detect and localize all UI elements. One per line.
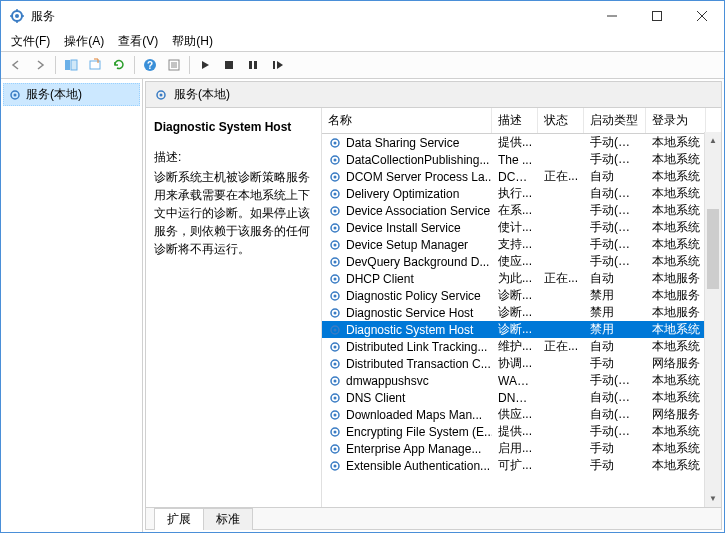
service-row[interactable]: DHCP Client为此...正在...自动本地服务 <box>322 270 721 287</box>
service-row[interactable]: Device Install Service使计...手动(触发...本地系统 <box>322 219 721 236</box>
service-startup-cell: 手动(触发... <box>584 372 646 389</box>
gear-icon <box>328 255 342 269</box>
service-name: Diagnostic System Host <box>346 323 473 337</box>
service-row[interactable]: Diagnostic System Host诊断...禁用本地系统 <box>322 321 721 338</box>
service-list: 名称 描述 状态 启动类型 登录为 Data Sharing Service提供… <box>322 108 721 507</box>
service-name-cell: Distributed Transaction C... <box>322 357 492 371</box>
back-button[interactable] <box>5 54 27 76</box>
service-desc-cell: DCO... <box>492 170 538 184</box>
services-window: 服务 文件(F) 操作(A) 查看(V) 帮助(H) ? 服务(本地) <box>0 0 725 533</box>
col-desc[interactable]: 描述 <box>492 108 538 133</box>
service-logon-cell: 本地系统 <box>646 423 706 440</box>
service-desc-cell: 为此... <box>492 270 538 287</box>
tree-root-services[interactable]: 服务(本地) <box>3 83 140 106</box>
service-startup-cell: 自动(延迟... <box>584 185 646 202</box>
titlebar: 服务 <box>1 1 724 31</box>
tab-standard[interactable]: 标准 <box>203 508 253 530</box>
service-row[interactable]: Extensible Authentication...可扩...手动本地系统 <box>322 457 721 474</box>
svg-point-24 <box>14 93 17 96</box>
gear-icon <box>328 221 342 235</box>
service-row[interactable]: DataCollectionPublishing...The ...手动(触发.… <box>322 151 721 168</box>
restart-service-button[interactable] <box>266 54 288 76</box>
stop-service-button[interactable] <box>218 54 240 76</box>
service-logon-cell: 本地系统 <box>646 253 706 270</box>
maximize-button[interactable] <box>634 1 679 31</box>
service-logon-cell: 本地系统 <box>646 389 706 406</box>
gear-icon <box>328 340 342 354</box>
minimize-button[interactable] <box>589 1 634 31</box>
scroll-up-arrow[interactable]: ▲ <box>705 132 721 149</box>
vertical-scrollbar[interactable]: ▲ ▼ <box>704 132 721 507</box>
scroll-track[interactable] <box>705 149 721 490</box>
gear-icon <box>8 88 22 102</box>
service-name: Data Sharing Service <box>346 136 459 150</box>
service-row[interactable]: Enterprise App Manage...启用...手动本地系统 <box>322 440 721 457</box>
start-service-button[interactable] <box>194 54 216 76</box>
service-status-cell: 正在... <box>538 270 584 287</box>
gear-icon <box>328 272 342 286</box>
properties-button[interactable] <box>163 54 185 76</box>
refresh-button[interactable] <box>108 54 130 76</box>
col-logon[interactable]: 登录为 <box>646 108 706 133</box>
service-row[interactable]: DNS ClientDNS...自动(触发...本地系统 <box>322 389 721 406</box>
forward-button[interactable] <box>29 54 51 76</box>
service-row[interactable]: DevQuery Background D...使应...手动(触发...本地系… <box>322 253 721 270</box>
col-startup[interactable]: 启动类型 <box>584 108 646 133</box>
svg-point-58 <box>334 396 337 399</box>
service-row[interactable]: Downloaded Maps Man...供应...自动(延迟...网络服务 <box>322 406 721 423</box>
service-logon-cell: 本地系统 <box>646 321 706 338</box>
menu-help[interactable]: 帮助(H) <box>166 32 219 51</box>
close-button[interactable] <box>679 1 724 31</box>
service-desc-cell: 支持... <box>492 236 538 253</box>
service-startup-cell: 手动 <box>584 355 646 372</box>
service-startup-cell: 手动(触发... <box>584 202 646 219</box>
toolbar-separator <box>189 56 190 74</box>
gear-icon <box>328 374 342 388</box>
list-header: 名称 描述 状态 启动类型 登录为 <box>322 108 721 134</box>
service-row[interactable]: Diagnostic Policy Service诊断...禁用本地服务 <box>322 287 721 304</box>
col-status[interactable]: 状态 <box>538 108 584 133</box>
scroll-down-arrow[interactable]: ▼ <box>705 490 721 507</box>
right-header: 服务(本地) <box>146 82 721 108</box>
service-row[interactable]: Encrypting File System (E...提供...手动(触发..… <box>322 423 721 440</box>
service-name-cell: Device Association Service <box>322 204 492 218</box>
service-desc-cell: 提供... <box>492 134 538 151</box>
service-desc-cell: 使应... <box>492 253 538 270</box>
service-name: DevQuery Background D... <box>346 255 489 269</box>
service-row[interactable]: Diagnostic Service Host诊断...禁用本地服务 <box>322 304 721 321</box>
gear-icon <box>328 391 342 405</box>
gear-icon <box>328 323 342 337</box>
scroll-thumb[interactable] <box>707 209 719 289</box>
service-name: dmwappushsvc <box>346 374 429 388</box>
show-hide-tree-button[interactable] <box>60 54 82 76</box>
service-desc-cell: 维护... <box>492 338 538 355</box>
tree-root-label: 服务(本地) <box>26 86 82 103</box>
service-logon-cell: 本地系统 <box>646 219 706 236</box>
pause-service-button[interactable] <box>242 54 264 76</box>
menu-file[interactable]: 文件(F) <box>5 32 56 51</box>
service-row[interactable]: DCOM Server Process La...DCO...正在...自动本地… <box>322 168 721 185</box>
service-name-cell: Downloaded Maps Man... <box>322 408 492 422</box>
service-logon-cell: 本地服务 <box>646 270 706 287</box>
menu-action[interactable]: 操作(A) <box>58 32 110 51</box>
selected-service-name: Diagnostic System Host <box>154 118 313 136</box>
service-row[interactable]: Device Association Service在系...手动(触发...本… <box>322 202 721 219</box>
service-name-cell: DCOM Server Process La... <box>322 170 492 184</box>
service-name-cell: DataCollectionPublishing... <box>322 153 492 167</box>
service-row[interactable]: dmwappushsvcWAP...手动(触发...本地系统 <box>322 372 721 389</box>
tab-extended[interactable]: 扩展 <box>154 508 204 530</box>
service-row[interactable]: Data Sharing Service提供...手动(触发...本地系统 <box>322 134 721 151</box>
service-logon-cell: 本地系统 <box>646 338 706 355</box>
service-name-cell: Enterprise App Manage... <box>322 442 492 456</box>
service-name: Extensible Authentication... <box>346 459 490 473</box>
service-row[interactable]: Distributed Transaction C...协调...手动网络服务 <box>322 355 721 372</box>
service-desc-cell: 可扩... <box>492 457 538 474</box>
gear-icon <box>328 187 342 201</box>
col-name[interactable]: 名称 <box>322 108 492 133</box>
service-row[interactable]: Delivery Optimization执行...自动(延迟...本地系统 <box>322 185 721 202</box>
service-row[interactable]: Device Setup Manager支持...手动(触发...本地系统 <box>322 236 721 253</box>
export-button[interactable] <box>84 54 106 76</box>
service-row[interactable]: Distributed Link Tracking...维护...正在...自动… <box>322 338 721 355</box>
help-button[interactable]: ? <box>139 54 161 76</box>
menu-view[interactable]: 查看(V) <box>112 32 164 51</box>
